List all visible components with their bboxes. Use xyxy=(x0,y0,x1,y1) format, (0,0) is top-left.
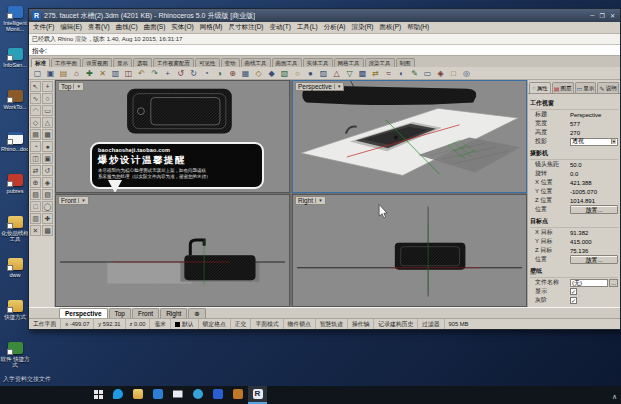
taskbar-icon[interactable] xyxy=(208,386,227,404)
toolbar-icon[interactable]: ✚ xyxy=(84,68,95,79)
units-indicator[interactable]: 毫米 xyxy=(150,319,171,330)
viewport-front-label[interactable]: Front ▼ xyxy=(58,196,89,205)
toolbar-tab[interactable]: 曲线工具 xyxy=(241,58,271,67)
toolbar-icon[interactable]: ◇ xyxy=(253,68,264,79)
panel-tab[interactable]: ▤ 图层 xyxy=(552,82,574,93)
taskbar-icon[interactable] xyxy=(88,386,107,404)
status-toggle[interactable]: 智慧轨迹 xyxy=(316,319,348,330)
toolbar-tab[interactable]: 标准 xyxy=(31,58,50,67)
taskbar-icon[interactable] xyxy=(188,386,207,404)
tool-button[interactable]: + xyxy=(42,81,53,92)
viewport-tab[interactable]: Front xyxy=(132,308,159,318)
toolbar-icon[interactable]: ▣ xyxy=(45,68,56,79)
tool-button[interactable]: ▥ xyxy=(30,213,41,224)
toolbar-icon[interactable]: ▥ xyxy=(110,68,121,79)
tool-button[interactable]: ▩ xyxy=(42,225,53,236)
toolbar-icon[interactable]: ↺ xyxy=(175,68,186,79)
wallpaper-filename[interactable]: (无) xyxy=(570,279,608,287)
target-place-button[interactable]: 放置... xyxy=(570,255,618,264)
toolbar-icon[interactable]: ◐ xyxy=(396,68,407,79)
toolbar-icon[interactable]: + xyxy=(162,68,173,79)
toolbar-tab[interactable]: 设置视图 xyxy=(82,58,112,67)
taskbar-icon[interactable] xyxy=(148,386,167,404)
viewport-perspective[interactable]: Perspective ▼ xyxy=(292,80,527,193)
menu-item[interactable]: 工具(L) xyxy=(297,23,318,32)
close-button[interactable]: ✕ xyxy=(610,12,615,19)
menu-item[interactable]: 编辑(E) xyxy=(60,23,82,32)
toolbar-icon[interactable]: ◎ xyxy=(461,68,472,79)
viewport-top-label[interactable]: Top ▼ xyxy=(58,82,84,91)
chevron-down-icon[interactable]: ▼ xyxy=(73,84,80,89)
toolbar-tab[interactable]: 网格工具 xyxy=(334,58,364,67)
maximize-button[interactable]: ❐ xyxy=(600,12,605,19)
camera-z-value[interactable]: 1014.891 xyxy=(570,198,618,204)
tool-button[interactable]: ✕ xyxy=(30,225,41,236)
tray-show-hidden-icons[interactable]: ∧ xyxy=(612,393,617,401)
camera-place-button[interactable]: 放置... xyxy=(570,205,618,214)
status-toggle[interactable]: 正交 xyxy=(231,319,252,330)
camera-y-value[interactable]: -1005.070 xyxy=(570,189,618,195)
toolbar-icon[interactable]: ✎ xyxy=(409,68,420,79)
toolbar-icon[interactable]: ↷ xyxy=(149,68,160,79)
tool-button[interactable]: ▤ xyxy=(30,129,41,140)
viewport-tab[interactable]: ⊕ xyxy=(188,308,205,318)
rotation-value[interactable]: 0.0 xyxy=(570,171,618,177)
desktop-file-label[interactable]: 入学资料交接文件 xyxy=(3,375,51,384)
status-toggle[interactable]: 过滤器 xyxy=(418,319,444,330)
tool-button[interactable]: ◈ xyxy=(42,177,53,188)
tool-button[interactable]: ◫ xyxy=(30,153,41,164)
tool-button[interactable]: ◠ xyxy=(30,105,41,116)
menu-item[interactable]: 分析(A) xyxy=(324,23,346,32)
toolbar-icon[interactable]: ◆ xyxy=(266,68,277,79)
target-x-value[interactable]: 91.382 xyxy=(570,230,618,236)
tool-button[interactable]: ▦ xyxy=(42,129,53,140)
chevron-down-icon[interactable]: ▼ xyxy=(315,198,322,203)
cplane-indicator[interactable]: 工作平面 xyxy=(29,319,61,330)
toolbar-icon[interactable]: ○ xyxy=(292,68,303,79)
minimize-button[interactable]: ─ xyxy=(590,12,594,19)
toolbar-tab[interactable]: 可见性 xyxy=(195,58,220,67)
toolbar-icon[interactable]: ◔ xyxy=(201,68,212,79)
wallpaper-gray-checkbox[interactable]: ✓ xyxy=(570,297,577,304)
desktop-icon[interactable]: InfoSan... xyxy=(0,44,30,86)
status-toggle[interactable]: 平面模式 xyxy=(251,319,283,330)
toolbar-icon[interactable]: ● xyxy=(305,68,316,79)
desktop-icon[interactable]: pubres xyxy=(0,170,30,212)
toolbar-icon[interactable]: ▭ xyxy=(422,68,433,79)
menu-item[interactable]: 网格(M) xyxy=(200,23,223,32)
menu-item[interactable]: 尺寸标注(D) xyxy=(229,23,264,32)
tool-button[interactable]: ⊕ xyxy=(30,177,41,188)
tool-button[interactable]: ○ xyxy=(42,93,53,104)
wallpaper-show-checkbox[interactable]: ✓ xyxy=(570,288,577,295)
toolbar-icon[interactable]: △ xyxy=(331,68,342,79)
status-toggle[interactable]: 物件锁点 xyxy=(284,319,316,330)
menu-item[interactable]: 面板(P) xyxy=(380,23,402,32)
tool-button[interactable]: ▨ xyxy=(42,189,53,200)
tool-button[interactable]: ↖ xyxy=(30,81,41,92)
toolbar-tab[interactable]: 实体工具 xyxy=(303,58,333,67)
menu-item[interactable]: 文件(F) xyxy=(33,23,54,32)
tool-button[interactable]: □ xyxy=(30,201,41,212)
tool-button[interactable]: △ xyxy=(42,117,53,128)
toolbar-icon[interactable]: ▽ xyxy=(344,68,355,79)
toolbar-icon[interactable]: ✕ xyxy=(97,68,108,79)
menu-item[interactable]: 曲面(S) xyxy=(144,23,166,32)
tool-button[interactable]: ▣ xyxy=(42,153,53,164)
menu-item[interactable]: 实体(O) xyxy=(171,23,193,32)
menu-item[interactable]: 渲染(R) xyxy=(351,23,373,32)
toolbar-icon[interactable]: ▢ xyxy=(32,68,43,79)
tool-button[interactable]: ◯ xyxy=(42,201,53,212)
status-toggle[interactable]: 锁定格点 xyxy=(199,319,231,330)
toolbar-tab[interactable]: 工作平面 xyxy=(51,58,81,67)
desktop-icon[interactable]: dww xyxy=(0,254,30,296)
toolbar-icon[interactable]: ≈ xyxy=(383,68,394,79)
desktop-icon[interactable]: 软件 快捷方式 xyxy=(0,338,30,380)
toolbar-icon[interactable]: ▤ xyxy=(58,68,69,79)
viewport-tab[interactable]: Right xyxy=(160,308,187,318)
taskbar-icon[interactable]: R xyxy=(248,386,267,404)
lens-value[interactable]: 50.0 xyxy=(570,162,618,168)
status-toggle[interactable]: 记录建构历史 xyxy=(374,319,418,330)
taskbar-icon[interactable] xyxy=(168,386,187,404)
title-bar[interactable]: R 275. faucet 水槽(2).3dm (4201 KB) - Rhin… xyxy=(29,9,620,22)
viewport-right[interactable]: Right ▼ xyxy=(292,194,527,307)
